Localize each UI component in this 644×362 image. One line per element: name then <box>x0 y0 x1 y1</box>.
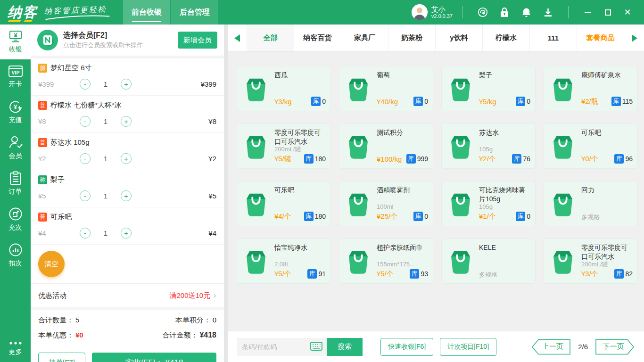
qty-minus-button[interactable]: - <box>80 190 91 201</box>
category-tab-all[interactable]: 全部 <box>247 25 294 51</box>
tab-front-cashier[interactable]: 前台收银 <box>123 0 170 25</box>
product-card[interactable]: 可比克烧烤味薯片105g 105g ¥1/个 库 0 <box>441 181 536 226</box>
stock-badge-icon: 库 <box>614 154 624 164</box>
category-tab[interactable]: 柠檬水 <box>482 25 529 51</box>
svg-text:¥: ¥ <box>14 32 17 39</box>
app-logo: 纳客 <box>8 3 38 22</box>
product-card[interactable]: 西瓜 ¥3/kg 库 0 <box>237 66 331 111</box>
qty-plus-button[interactable]: + <box>121 228 132 239</box>
category-tab[interactable]: 111 <box>529 25 577 51</box>
sidebar-item-deduct-times[interactable]: 更多 扣次 <box>0 238 31 273</box>
product-price: ¥5/个 <box>274 270 291 279</box>
product-name: 植护亲肤纸面巾 <box>377 243 428 252</box>
product-card[interactable]: 怡宝纯净水 2.08L ¥5/个 库 91 <box>237 239 331 284</box>
keyboard-icon[interactable] <box>310 342 322 352</box>
search-button[interactable]: 搜索 <box>327 338 363 356</box>
qty-plus-button[interactable]: + <box>121 79 132 90</box>
category-tab-combo[interactable]: 套餐商品 <box>577 25 624 51</box>
maximize-button[interactable] <box>602 6 614 18</box>
stock-badge-icon: 库 <box>410 269 419 279</box>
promo-value: 满200送10元 <box>169 291 210 300</box>
avatar[interactable] <box>412 4 428 20</box>
shopping-bag-icon <box>447 190 474 217</box>
qty-minus-button[interactable]: - <box>80 153 91 164</box>
clear-cart-button[interactable]: 清空 <box>38 251 65 277</box>
product-spec: 105g <box>479 203 530 211</box>
cart-item: 服 梦幻星空 6寸 ¥399 - 1 + ¥399 <box>31 58 224 96</box>
bell-icon[interactable] <box>521 7 531 17</box>
sidebar-item-member[interactable]: 会员 <box>0 130 31 166</box>
next-page-button[interactable]: 下一页 <box>595 338 635 355</box>
sidebar-item-recharge[interactable]: ¥ 充值 <box>0 94 31 130</box>
product-card[interactable]: 回力 多规格 库 <box>544 181 638 226</box>
sidebar-item-open-card[interactable]: VIP 开卡 <box>0 59 31 94</box>
qty-minus-button[interactable]: - <box>80 228 91 239</box>
product-name: KELE <box>479 243 530 252</box>
product-card[interactable]: 零度可乐零度可口可乐汽水 200mL/罐 ¥3/个 库 82 <box>544 239 638 284</box>
count-items-button[interactable]: 计次项目[F10] <box>440 338 496 356</box>
barcode-search-input[interactable] <box>242 343 308 351</box>
add-member-button[interactable]: 新增会员 <box>178 32 217 49</box>
product-name: 苏达水 <box>479 128 530 137</box>
product-card[interactable]: 零度可乐零度可口可乐汽水 200mL/罐 ¥5/罐 库 180 <box>237 123 331 169</box>
close-button[interactable]: ✕ <box>621 6 634 18</box>
sidebar-item-orders[interactable]: 订单 <box>0 166 31 202</box>
support-icon[interactable] <box>478 7 488 17</box>
product-card[interactable]: 苏达水 105g ¥2/个 库 76 <box>441 123 536 169</box>
cart-item-list: 服 梦幻星空 6寸 ¥399 - 1 + ¥399 普 柠檬水 七份糖*大杯*冰… <box>31 58 224 245</box>
category-scroll-right-button[interactable] <box>625 25 644 51</box>
product-card[interactable]: 测试积分 ¥100/kg 库 999 <box>339 123 433 169</box>
sidebar-item-more[interactable]: 更多 <box>0 336 31 362</box>
product-name: 可乐吧 <box>581 128 633 137</box>
stock-count: 999 <box>417 155 428 163</box>
product-card[interactable]: 葡萄 ¥40/kg 库 0 <box>339 66 433 111</box>
product-name: 可比克烧烤味薯片105g <box>479 186 530 203</box>
item-qty: 1 <box>91 229 121 237</box>
prev-page-button[interactable]: 上一页 <box>531 338 571 355</box>
product-info: 可乐吧 ¥4/个 库 180 <box>274 181 326 226</box>
quick-cashier-button[interactable]: 快速收银[F6] <box>380 338 433 356</box>
qty-plus-button[interactable]: + <box>121 190 132 201</box>
qty-plus-button[interactable]: + <box>121 116 132 127</box>
qty-minus-button[interactable]: - <box>80 116 91 127</box>
item-type-badge: 普 <box>38 101 47 110</box>
order-total: 合计金额： ¥418 <box>162 331 216 340</box>
member-select-bar[interactable]: 选择会员[F2] 点击进行会员搜索或刷卡操作 新增会员 <box>31 25 224 56</box>
promo-row[interactable]: 优惠活动 满200送10元 › <box>31 283 224 307</box>
category-tab[interactable]: 奶茶粉 <box>388 25 435 51</box>
sidebar-item-refill-times[interactable]: 充次 <box>0 202 31 238</box>
cart-item: 普 可乐吧 ¥4 - 1 + ¥4 <box>31 207 224 245</box>
product-card[interactable]: KELE 多规格 库 <box>441 239 536 284</box>
category-tab[interactable]: y饮料 <box>435 25 482 51</box>
product-info: 葡萄 ¥40/kg 库 0 <box>377 66 428 111</box>
product-card[interactable]: 酒精喷雾剂 100ml ¥25/个 库 0 <box>339 181 433 226</box>
category-tab[interactable]: 纳客百货 <box>294 25 341 51</box>
product-card[interactable]: 可乐吧 ¥0/个 库 96 <box>544 123 638 169</box>
pay-button[interactable]: 实收[F5]： ¥418 <box>92 353 216 362</box>
qty-plus-button[interactable]: + <box>121 153 132 164</box>
item-price: ¥399 <box>38 80 80 88</box>
category-bar: 全部 纳客百货 家具厂 奶茶粉 y饮料 柠檬水 111 套餐商品 <box>228 25 644 52</box>
product-info: 植护亲肤纸面巾 155mm*175... ¥5/个 库 93 <box>377 239 428 283</box>
lock-icon[interactable] <box>499 7 510 17</box>
order-summary: 合计数量： 5 本单积分： 0 本单优惠： ¥0 合计金额： ¥418 <box>31 307 224 349</box>
shopping-bag-icon <box>549 190 577 217</box>
product-card[interactable]: 梨子 ¥5/kg 库 0 <box>441 66 536 111</box>
tab-back-management[interactable]: 后台管理 <box>171 0 218 25</box>
minimize-button[interactable] <box>582 6 594 18</box>
hold-order-button[interactable]: 挂单[F7] <box>38 353 85 362</box>
product-card[interactable]: 植护亲肤纸面巾 155mm*175... ¥5/个 库 93 <box>339 239 433 284</box>
shopping-bag-icon <box>242 75 270 102</box>
category-tab[interactable]: 家具厂 <box>341 25 388 51</box>
download-icon[interactable] <box>543 7 553 17</box>
product-card[interactable]: 康师傅矿泉水 ¥2/瓶 库 115 <box>544 66 638 111</box>
product-price: ¥5/罐 <box>274 155 291 164</box>
sidebar-item-cashier[interactable]: ¥ 收银 <box>0 25 31 59</box>
divider <box>462 6 462 18</box>
qty-minus-button[interactable]: - <box>80 79 91 90</box>
product-stock: 库 0 <box>516 97 530 106</box>
product-card[interactable]: 可乐吧 ¥4/个 库 180 <box>237 181 331 226</box>
promo-label: 优惠活动 <box>38 291 66 300</box>
product-spec: 105g <box>479 145 530 154</box>
category-scroll-left-button[interactable] <box>228 25 247 51</box>
